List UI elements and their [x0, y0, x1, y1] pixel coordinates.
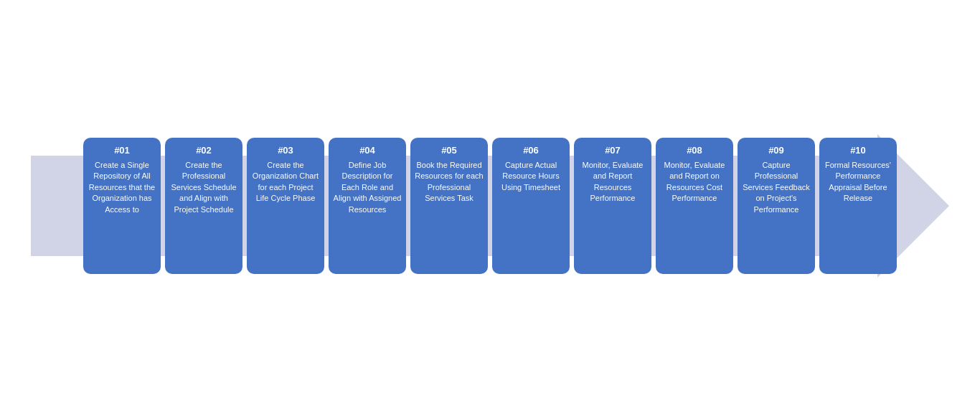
- card-05: #05Book the Required Resources for each …: [410, 138, 488, 274]
- card-04-number: #04: [359, 145, 375, 156]
- card-06-number: #06: [523, 145, 539, 156]
- card-01: #01Create a Single Repository of All Res…: [83, 138, 161, 274]
- card-07-text: Monitor, Evaluate and Report Resources P…: [578, 160, 647, 204]
- diagram-wrapper: #01Create a Single Repository of All Res…: [31, 55, 949, 356]
- card-09: #09Capture Professional Services Feedbac…: [738, 138, 815, 274]
- card-08-number: #08: [687, 145, 702, 156]
- card-09-number: #09: [768, 145, 784, 156]
- card-10-text: Formal Resources' Performance Appraisal …: [824, 160, 892, 204]
- card-05-number: #05: [441, 145, 457, 156]
- card-02: #02Create the Professional Services Sche…: [165, 138, 242, 274]
- card-03-text: Create the Organization Chart for each P…: [251, 160, 320, 204]
- card-10-number: #10: [850, 145, 866, 156]
- card-02-text: Create the Professional Services Schedul…: [169, 160, 238, 215]
- card-01-number: #01: [114, 145, 130, 156]
- card-07-number: #07: [605, 145, 621, 156]
- card-06: #06Capture Actual Resource Hours Using T…: [492, 138, 570, 274]
- card-06-text: Capture Actual Resource Hours Using Time…: [496, 160, 565, 193]
- card-09-text: Capture Professional Services Feedback o…: [742, 160, 811, 215]
- card-01-text: Create a Single Repository of All Resour…: [88, 160, 156, 215]
- card-04: #04Define Job Description for Each Role …: [329, 138, 406, 274]
- card-08-text: Monitor, Evaluate and Report on Resource…: [660, 160, 729, 204]
- card-03-number: #03: [278, 145, 293, 156]
- cards-row: #01Create a Single Repository of All Res…: [69, 138, 911, 274]
- card-02-number: #02: [196, 145, 212, 156]
- card-08: #08Monitor, Evaluate and Report on Resou…: [656, 138, 733, 274]
- card-04-text: Define Job Description for Each Role and…: [333, 160, 402, 215]
- card-05-text: Book the Required Resources for each Pro…: [415, 160, 484, 204]
- card-03: #03Create the Organization Chart for eac…: [247, 138, 324, 274]
- card-07: #07Monitor, Evaluate and Report Resource…: [574, 138, 651, 274]
- card-10: #10Formal Resources' Performance Apprais…: [819, 138, 897, 274]
